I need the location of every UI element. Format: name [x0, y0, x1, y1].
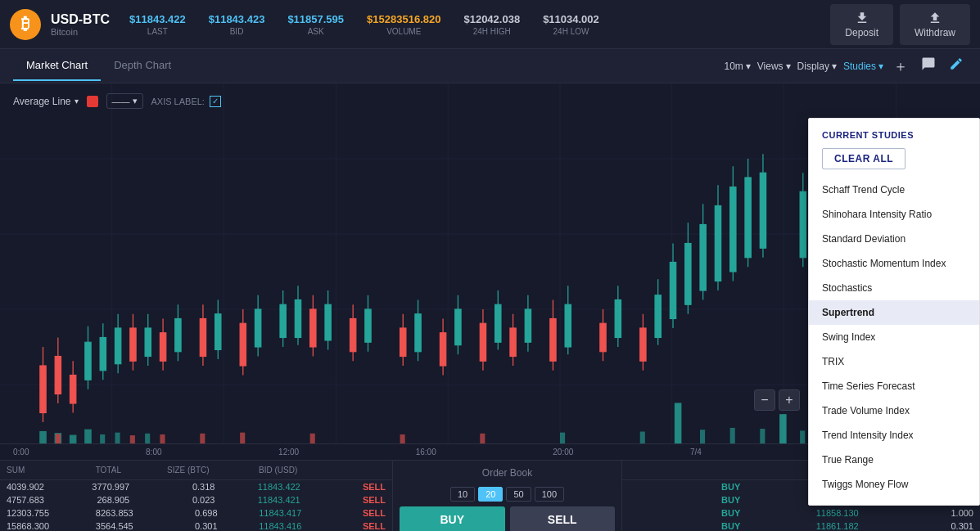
last-value: $11843.422 — [129, 13, 186, 25]
studies-list: Schaff Trend CycleShinohara Intensity Ra… — [809, 178, 979, 505]
time-label-4: 20:00 — [553, 448, 573, 457]
indicator-label: Average Line — [13, 96, 71, 107]
ob-buy-btn-0[interactable]: BUY — [629, 482, 743, 492]
ask-value: $11857.595 — [287, 13, 344, 25]
zoom-out-button[interactable]: − — [754, 389, 775, 411]
study-item-6[interactable]: Swing Index — [809, 325, 979, 349]
volume-label: VOLUME — [386, 27, 421, 36]
order-book-tab[interactable]: Order Book — [482, 467, 532, 479]
action-header — [297, 466, 386, 475]
study-item-5[interactable]: Supertrend — [809, 300, 979, 325]
sell-button[interactable]: SELL — [510, 506, 616, 531]
page-100-button[interactable]: 100 — [535, 487, 564, 502]
price-bid: $11843.423 BID — [209, 13, 265, 36]
ob-buy-btn-2[interactable]: BUY — [629, 508, 743, 518]
time-interval-button[interactable]: 10m ▾ — [724, 61, 750, 72]
axis-label-checkbox[interactable] — [210, 96, 221, 107]
studies-chevron-icon: ▾ — [878, 61, 883, 72]
ask-label: ASK — [308, 27, 324, 36]
views-button[interactable]: Views ▾ — [757, 61, 791, 72]
study-item-1[interactable]: Shinohara Intensity Ratio — [809, 202, 979, 227]
time-label-5: 7/4 — [690, 448, 702, 457]
ob-left-row-2: 12303.755 8263.853 0.698 11843.417 SELL — [0, 506, 392, 520]
ob-sum-3: 15868.300 — [7, 521, 49, 531]
ob-size-1: 0.023 — [129, 495, 215, 505]
study-item-7[interactable]: TRIX — [809, 349, 979, 374]
ob-action-0[interactable]: SELL — [300, 482, 386, 492]
ob-buy-btn-1[interactable]: BUY — [629, 495, 743, 505]
deposit-icon — [855, 11, 869, 25]
study-item-0[interactable]: Schaff Trend Cycle — [809, 178, 979, 202]
bid-usd-header: BID (USD) — [210, 466, 298, 475]
study-item-11[interactable]: True Range — [809, 448, 979, 472]
buy-button[interactable]: BUY — [400, 506, 505, 531]
ask-usd-header — [629, 466, 743, 475]
ob-action-2[interactable]: SELL — [301, 508, 386, 518]
low-value: $11034.002 — [543, 13, 599, 25]
chart-toolbar: Average Line ▾ —— ▾ AXIS LABEL: — [13, 93, 221, 109]
price-last: $11843.422 LAST — [129, 13, 186, 36]
ob-bid-3: 11843.416 — [218, 521, 302, 531]
ob-action-1[interactable]: SELL — [300, 495, 386, 505]
studies-label: Studies — [843, 61, 876, 72]
studies-dropdown: CURRENT STUDIES CLEAR ALL Schaff Trend C… — [808, 118, 980, 506]
size-btc-header: SIZE (BTC) — [121, 466, 210, 475]
page-20-button[interactable]: 20 — [478, 487, 503, 502]
middle-trading: Order Book 10 20 50 100 BUY SELL ORDER T… — [393, 461, 622, 531]
line-style-chevron-icon: ▾ — [133, 96, 138, 106]
last-label: LAST — [147, 27, 168, 36]
buy-sell-buttons: BUY SELL — [400, 506, 615, 531]
add-chart-button[interactable]: ＋ — [890, 53, 911, 79]
ob-left-header: SUM TOTAL SIZE (BTC) BID (USD) — [0, 461, 392, 480]
tab-depth-chart[interactable]: Depth Chart — [101, 51, 184, 81]
studies-button[interactable]: Studies ▾ — [843, 61, 883, 72]
ob-total-2: 8263.853 — [49, 508, 133, 518]
page-50-button[interactable]: 50 — [506, 487, 531, 502]
study-item-3[interactable]: Stochastic Momentum Index — [809, 251, 979, 276]
price-high: $12042.038 24H HIGH — [463, 13, 520, 36]
chart-zoom: − + — [754, 389, 800, 411]
withdraw-label: Withdraw — [915, 27, 955, 38]
page-buttons: 10 20 50 100 — [450, 487, 564, 502]
ob-size-3: 0.301 — [133, 521, 218, 531]
clear-all-button[interactable]: CLEAR ALL — [822, 148, 905, 169]
withdraw-button[interactable]: Withdraw — [900, 4, 970, 45]
logo: ₿ — [10, 9, 41, 40]
page-10-button[interactable]: 10 — [450, 487, 475, 502]
ob-left-row-3: 15868.300 3564.545 0.301 11843.416 SELL — [0, 520, 392, 531]
chat-icon — [921, 56, 936, 71]
order-book-left: SUM TOTAL SIZE (BTC) BID (USD) 4039.902 … — [0, 461, 393, 531]
line-style-selector[interactable]: —— ▾ — [106, 93, 143, 109]
study-item-13[interactable]: Typical Price — [809, 497, 979, 505]
study-item-8[interactable]: Time Series Forecast — [809, 374, 979, 398]
draw-icon-button[interactable] — [946, 53, 967, 79]
chat-icon-button[interactable] — [918, 53, 939, 79]
ob-size-2: 0.698 — [133, 508, 218, 518]
ob-buy-btn-3[interactable]: BUY — [629, 521, 743, 531]
ob-bid-0: 11843.422 — [215, 482, 300, 492]
ob-action-3[interactable]: SELL — [301, 521, 386, 531]
display-label: Display — [797, 61, 829, 72]
tab-market-chart[interactable]: Market Chart — [13, 51, 101, 81]
deposit-button[interactable]: Deposit — [830, 4, 893, 45]
study-item-9[interactable]: Trade Volume Index — [809, 398, 979, 423]
average-line-button[interactable]: Average Line ▾ — [13, 96, 79, 107]
pair-sub: Bitcoin — [51, 27, 110, 37]
display-button[interactable]: Display ▾ — [797, 61, 837, 72]
bid-label: BID — [230, 27, 244, 36]
color-picker[interactable] — [87, 96, 98, 107]
study-item-2[interactable]: Standard Deviation — [809, 227, 979, 251]
pair-name: USD-BTC — [51, 12, 110, 27]
high-value: $12042.038 — [463, 13, 520, 25]
study-item-12[interactable]: Twiggs Money Flow — [809, 472, 979, 497]
line-style-preview: —— — [112, 97, 130, 106]
pencil-icon — [949, 56, 964, 71]
ob-right-row-3: BUY 11861.182 0.301 — [622, 520, 980, 531]
ob-ask-size-2: 1.000 — [859, 508, 973, 518]
ob-left-row-1: 4757.683 268.905 0.023 11843.421 SELL — [0, 493, 392, 506]
zoom-in-button[interactable]: + — [779, 389, 800, 411]
study-item-10[interactable]: Trend Intensity Index — [809, 423, 979, 448]
ob-bid-2: 11843.417 — [218, 508, 302, 518]
price-volume: $15283516.820 VOLUME — [367, 13, 440, 36]
study-item-4[interactable]: Stochastics — [809, 276, 979, 300]
